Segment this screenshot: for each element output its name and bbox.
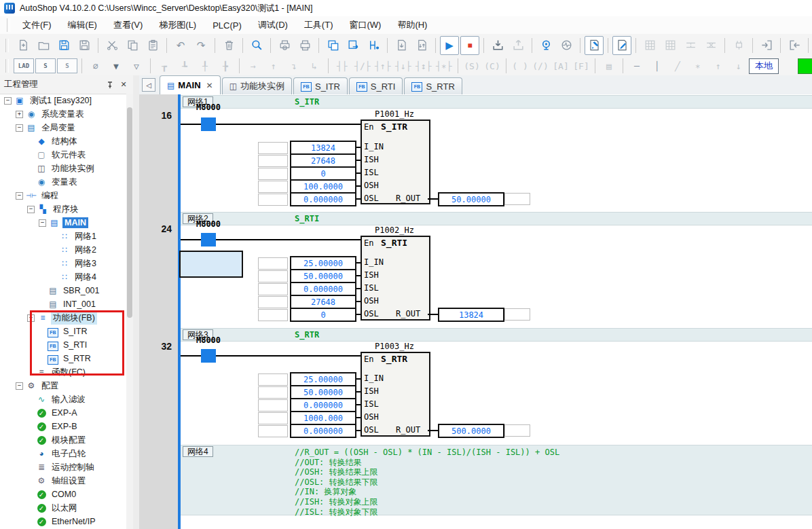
output-value-box[interactable]: 50.00000 — [438, 192, 504, 206]
output-comment-box[interactable] — [504, 424, 530, 437]
cut-button[interactable] — [103, 36, 122, 55]
grid-convert-button[interactable] — [640, 36, 659, 55]
transfer-setting-button[interactable] — [364, 36, 383, 55]
output-comment-box[interactable] — [504, 308, 530, 321]
input-value-box[interactable]: 100.0000 — [290, 179, 356, 194]
tree-item-EXP-A[interactable]: ✓EXP-A — [0, 406, 126, 420]
compress-clear-button[interactable] — [701, 36, 720, 55]
tree-item-功能块-FB-[interactable]: −≡功能块(FB) — [0, 311, 126, 325]
tree-item-S_RTR[interactable]: FBS_RTR — [0, 352, 126, 365]
tree-item-轴组设置[interactable]: ⚙轴组设置 — [0, 474, 126, 488]
ladder-canvas[interactable]: 网络1S_ITR16M8000P1001_HzEnS_ITRI_IN13824I… — [139, 94, 812, 529]
tab-功能块实例[interactable]: ◫功能块实例 — [222, 77, 292, 94]
tree-item-COM0[interactable]: ✓COM0 — [0, 488, 126, 501]
coil-out-button[interactable]: ( ) — [511, 58, 530, 73]
menu-plcp[interactable]: PLC(P) — [204, 18, 250, 33]
coil-f-button[interactable]: [F] — [572, 58, 591, 73]
tree-item-函数-FC-[interactable]: ≡函数(FC) — [0, 365, 126, 379]
wire-corner-up-button[interactable]: ↳ — [305, 58, 324, 73]
input-value-box[interactable]: 0.000000 — [290, 282, 356, 296]
tree-item-电子凸轮[interactable]: ◕电子凸轮 — [0, 447, 126, 460]
tree-item-测试1-Easy320-[interactable]: −▣测试1 [Easy320] — [0, 94, 126, 107]
input-value-box[interactable]: 50.00000 — [290, 269, 356, 283]
input-comment-box[interactable] — [258, 412, 288, 424]
upload-from-plc-button[interactable] — [509, 36, 528, 55]
contact-m8000[interactable] — [201, 233, 216, 247]
compare-program-button[interactable] — [412, 36, 431, 55]
input-comment-box[interactable] — [258, 373, 288, 386]
lad-view-button[interactable]: LAD — [14, 58, 34, 73]
line-down-button[interactable]: ↓ — [729, 58, 748, 73]
branch-edit-3-button[interactable]: ╀ — [196, 58, 215, 73]
jump-out-button[interactable] — [785, 36, 804, 55]
input-value-box[interactable]: 0.000000 — [290, 424, 356, 438]
tree-item-功能块实例[interactable]: ◫功能块实例 — [0, 162, 126, 175]
input-value-box[interactable]: 0.000000 — [290, 398, 356, 412]
tree-item-软元件表[interactable]: ▢软元件表 — [0, 148, 126, 162]
write-debug-button[interactable] — [585, 36, 604, 55]
tree-item-编程[interactable]: −⊣⊢编程 — [0, 189, 126, 202]
contact-open-button[interactable]: ┤├ — [333, 58, 352, 73]
run-plc-button[interactable]: ▶ — [440, 36, 459, 55]
tree-item-变量表[interactable]: ◉变量表 — [0, 175, 126, 189]
open-project-button[interactable] — [34, 36, 53, 55]
tab-S_ITR[interactable]: FBS_ITR — [293, 77, 348, 94]
output-comment-box[interactable] — [504, 193, 530, 205]
input-value-box[interactable]: 27648 — [290, 295, 356, 309]
tree-item-程序块[interactable]: −▚程序块 — [0, 202, 126, 216]
tree-expander-icon[interactable]: − — [4, 97, 12, 105]
tree-expander-icon[interactable]: − — [16, 124, 23, 132]
tree-item-SBR_001[interactable]: ▤SBR_001 — [0, 284, 126, 297]
tree-item-以太网[interactable]: ✓以太网 — [0, 501, 126, 515]
tree-item-系统变量表[interactable]: +◉系统变量表 — [0, 107, 126, 121]
contact-rising-button[interactable]: ┤↑├ — [373, 58, 392, 73]
grid-delete-button[interactable] — [661, 36, 680, 55]
tree-item-运动控制轴[interactable]: ≣运动控制轴 — [0, 460, 126, 474]
network-label[interactable]: 网络4 — [183, 446, 213, 457]
wire-corner-down-button[interactable]: ↴ — [284, 58, 303, 73]
edit-mode-button[interactable] — [612, 36, 631, 55]
line-vertical-button[interactable]: │ — [648, 58, 667, 73]
tab-MAIN[interactable]: ▤MAIN✕ — [160, 75, 221, 94]
input-comment-box[interactable] — [258, 425, 288, 437]
contact-both-button[interactable]: ┤↕├ — [414, 58, 433, 73]
line-diagonal-button[interactable]: ╱ — [668, 58, 687, 73]
tree-item-EtherNet-IP[interactable]: ✓EtherNet/IP — [0, 515, 126, 528]
print-button[interactable] — [295, 36, 314, 55]
line-horizontal-button[interactable]: ─ — [627, 58, 646, 73]
download-program-button[interactable] — [392, 36, 411, 55]
input-value-box[interactable]: 13824 — [290, 141, 356, 155]
save-button[interactable] — [54, 36, 73, 55]
input-value-box[interactable]: 0.000000 — [290, 192, 356, 206]
tree-item-网络1[interactable]: ∷网络1 — [0, 230, 126, 243]
input-comment-box[interactable] — [258, 168, 288, 180]
branch-edit-4-button[interactable]: ╊ — [216, 58, 235, 73]
tree-expander-icon[interactable]: − — [27, 314, 35, 322]
input-comment-box[interactable] — [258, 399, 288, 412]
tree-expander-icon[interactable]: − — [16, 382, 23, 390]
output-value-box[interactable]: 13824 — [438, 308, 504, 322]
contact-closed-button[interactable]: ┤∕├ — [353, 58, 372, 73]
input-value-box[interactable]: 50.00000 — [290, 385, 356, 399]
coil-a-button[interactable]: [A] — [551, 58, 570, 73]
tree-expander-icon[interactable]: − — [39, 219, 46, 227]
contact-invert-button[interactable]: ┤∗├ — [435, 58, 454, 73]
menu-t[interactable]: 工具(T) — [296, 17, 342, 33]
input-value-box[interactable]: 0 — [290, 166, 356, 181]
input-comment-box[interactable] — [258, 270, 288, 282]
tree-item-结构体[interactable]: ◆结构体 — [0, 134, 126, 148]
monitor-mode-button[interactable] — [536, 36, 555, 55]
jump-in-button[interactable] — [757, 36, 776, 55]
tree-item-EXP-B[interactable]: ✓EXP-B — [0, 420, 126, 433]
line-up-button[interactable]: ↑ — [709, 58, 728, 73]
local-connection-button[interactable]: 本地 — [749, 58, 779, 74]
new-file-button[interactable] — [14, 36, 33, 55]
close-panel-icon[interactable]: ✕ — [118, 79, 129, 90]
tree-item-INT_001[interactable]: ▤INT_001 — [0, 297, 126, 311]
input-value-box[interactable]: 25.00000 — [290, 372, 356, 386]
compress-rows-button[interactable] — [681, 36, 700, 55]
coil-set-button[interactable]: (S) — [462, 58, 481, 73]
tree-item-网络4[interactable]: ∷网络4 — [0, 270, 126, 284]
pin-icon[interactable] — [105, 79, 115, 90]
input-comment-box[interactable] — [258, 257, 288, 270]
